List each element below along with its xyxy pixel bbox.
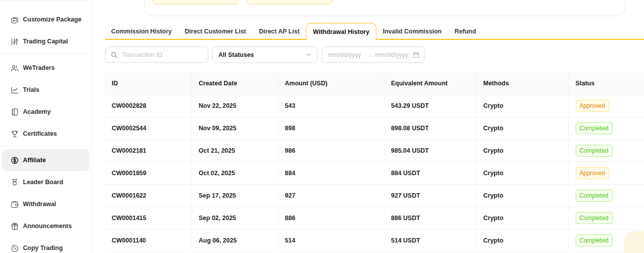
sidebar-divider	[0, 53, 92, 54]
sidebar-item-announcements[interactable]: Announcements	[1, 215, 90, 237]
cell-id: CW0002828	[105, 95, 191, 117]
date-range-arrow: →	[365, 51, 373, 58]
cell-equivalent: 884 USDT	[384, 162, 476, 185]
status-select-value: All Statuses	[218, 51, 254, 58]
cell-id: CW0002544	[105, 117, 191, 140]
sidebar-item-label: Announcements	[23, 223, 72, 230]
cell-amount: 898	[278, 117, 384, 140]
cell-created: Sep 17, 2025	[191, 185, 278, 207]
status-select[interactable]: All Statuses	[212, 46, 318, 63]
sidebar-item-label: Trading Capital	[23, 38, 68, 45]
cell-id: CW0001415	[105, 207, 191, 230]
cell-status: Completed	[568, 117, 644, 140]
cell-status: Approved	[568, 162, 644, 185]
sidebar-item-trials[interactable]: Trials	[1, 79, 90, 101]
sidebar-item-certificates[interactable]: Certificates	[1, 123, 90, 145]
sidebar-item-customize-package[interactable]: Customize Package	[1, 8, 90, 30]
cell-equivalent: 514 USDT	[384, 230, 476, 252]
cell-status: Approved	[568, 95, 644, 117]
date-end-input[interactable]	[374, 51, 412, 59]
sidebar-item-label: WeTraders	[23, 64, 55, 71]
cell-id: CW0001622	[105, 185, 191, 207]
cell-method: Crypto	[476, 162, 568, 185]
sidebar-item-leader-board[interactable]: Leader Board	[1, 171, 90, 193]
book-icon	[10, 107, 19, 116]
table-row: CW0001415Sep 02, 2025886886 USDTCryptoCo…	[105, 207, 644, 230]
table-header-row: IDCreated DateAmount (USD)Equivalent Amo…	[105, 72, 644, 95]
tab-bar: Commission HistoryDirect Customer ListDi…	[105, 23, 644, 40]
corner-widget[interactable]	[624, 231, 644, 253]
summary-chip-right[interactable]	[246, 0, 332, 4]
column-header-amount-usd: Amount (USD)	[278, 72, 384, 95]
filter-bar: All Statuses →	[105, 46, 425, 63]
cell-created: Aug 06, 2025	[191, 230, 278, 252]
cell-equivalent: 886 USDT	[384, 207, 476, 230]
summary-chip-left[interactable]	[153, 0, 239, 4]
cell-id: CW0001859	[105, 162, 191, 185]
cell-status: Completed	[568, 185, 644, 207]
date-range-picker[interactable]: →	[322, 46, 425, 63]
tab-direct-ap-list[interactable]: Direct AP List	[253, 23, 306, 39]
cell-equivalent: 898.08 USDT	[384, 117, 476, 140]
search-icon	[111, 51, 118, 58]
tab-withdrawal-history[interactable]: Withdrawal History	[306, 23, 376, 40]
sidebar-divider	[0, 146, 92, 146]
sidebar-item-label: Customize Package	[23, 16, 81, 23]
cell-method: Crypto	[476, 95, 568, 117]
table-row: CW0001859Oct 02, 2025884884 USDTCryptoAp…	[105, 162, 644, 185]
cell-amount: 543	[278, 95, 384, 117]
gift-icon	[10, 222, 19, 231]
cell-method: Crypto	[476, 117, 568, 140]
sidebar-item-copy-trading[interactable]: Copy Trading	[1, 237, 90, 253]
column-header-equivalent-amount: Equivalent Amount	[384, 72, 476, 95]
sidebar: Customize PackageTrading CapitalWeTrader…	[0, 0, 92, 253]
cell-amount: 886	[278, 207, 384, 230]
date-start-input[interactable]	[327, 51, 365, 59]
status-badge: Approved	[576, 100, 609, 111]
sidebar-item-label: Certificates	[23, 130, 57, 137]
table-row: CW0002181Oct 21, 2025986985.04 USDTCrypt…	[105, 140, 644, 162]
cell-created: Oct 21, 2025	[191, 140, 278, 162]
cell-amount: 514	[278, 230, 384, 252]
wallet-icon	[10, 200, 19, 209]
status-badge: Completed	[576, 122, 613, 134]
sidebar-item-affiliate[interactable]: Affiliate	[1, 149, 90, 171]
tab-commission-history[interactable]: Commission History	[105, 23, 178, 39]
cell-method: Crypto	[476, 140, 568, 162]
table-row: CW0002828Nov 22, 2025543543.29 USDTCrypt…	[105, 95, 644, 117]
status-badge: Completed	[576, 145, 613, 156]
sidebar-item-wetraders[interactable]: WeTraders	[1, 57, 90, 79]
sidebar-item-label: Affiliate	[23, 157, 46, 164]
tab-invalid-commission[interactable]: Invalid Commission	[376, 23, 448, 39]
withdrawal-table: IDCreated DateAmount (USD)Equivalent Amo…	[105, 72, 644, 252]
status-badge: Completed	[576, 190, 613, 201]
sidebar-item-label: Withdrawal	[23, 201, 56, 208]
table-body: CW0002828Nov 22, 2025543543.29 USDTCrypt…	[105, 95, 644, 252]
sidebar-item-academy[interactable]: Academy	[1, 101, 90, 123]
table-row: CW0001622Sep 17, 2025927927 USDTCryptoCo…	[105, 185, 644, 207]
sidebar-item-label: Copy Trading	[23, 245, 63, 252]
sidebar-items: Customize PackageTrading CapitalWeTrader…	[0, 8, 92, 253]
trophy-icon	[10, 129, 19, 138]
calendar-icon[interactable]	[413, 51, 420, 58]
status-badge: Completed	[576, 235, 613, 246]
transaction-id-search[interactable]	[105, 46, 208, 63]
transaction-id-input[interactable]	[121, 51, 203, 59]
cell-method: Crypto	[476, 230, 568, 252]
cell-created: Nov 09, 2025	[191, 117, 278, 140]
cell-equivalent: 927 USDT	[384, 185, 476, 207]
candlestick-icon	[10, 37, 19, 46]
table-row: CW0001140Aug 06, 2025514514 USDTCryptoCo…	[105, 230, 644, 252]
medal-icon	[10, 178, 19, 187]
cell-id: CW0002181	[105, 140, 191, 162]
cell-amount: 986	[278, 140, 384, 162]
sidebar-item-trading-capital[interactable]: Trading Capital	[1, 30, 90, 52]
column-header-created-date: Created Date	[191, 72, 278, 95]
tab-direct-customer-list[interactable]: Direct Customer List	[178, 23, 253, 39]
cell-status: Completed	[568, 207, 644, 230]
column-header-id: ID	[105, 72, 191, 95]
tab-refund[interactable]: Refund	[448, 23, 483, 39]
sidebar-item-label: Trials	[23, 86, 39, 93]
sidebar-item-withdrawal[interactable]: Withdrawal	[1, 193, 90, 215]
package-plus-icon	[10, 15, 19, 24]
